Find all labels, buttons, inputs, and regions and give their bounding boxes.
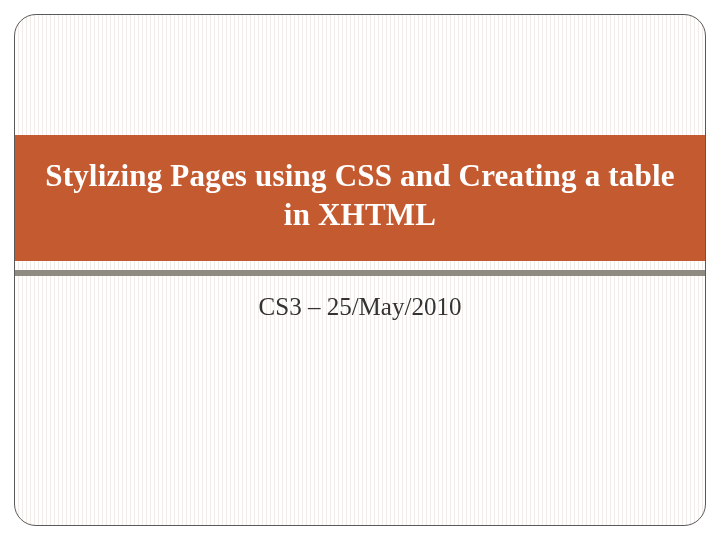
- title-band: Stylizing Pages using CSS and Creating a…: [15, 135, 705, 261]
- slide-frame: Stylizing Pages using CSS and Creating a…: [14, 14, 706, 526]
- slide: Stylizing Pages using CSS and Creating a…: [0, 0, 720, 540]
- slide-title: Stylizing Pages using CSS and Creating a…: [45, 157, 675, 235]
- divider-bar: [15, 270, 705, 276]
- slide-subtitle: CS3 – 25/May/2010: [15, 293, 705, 321]
